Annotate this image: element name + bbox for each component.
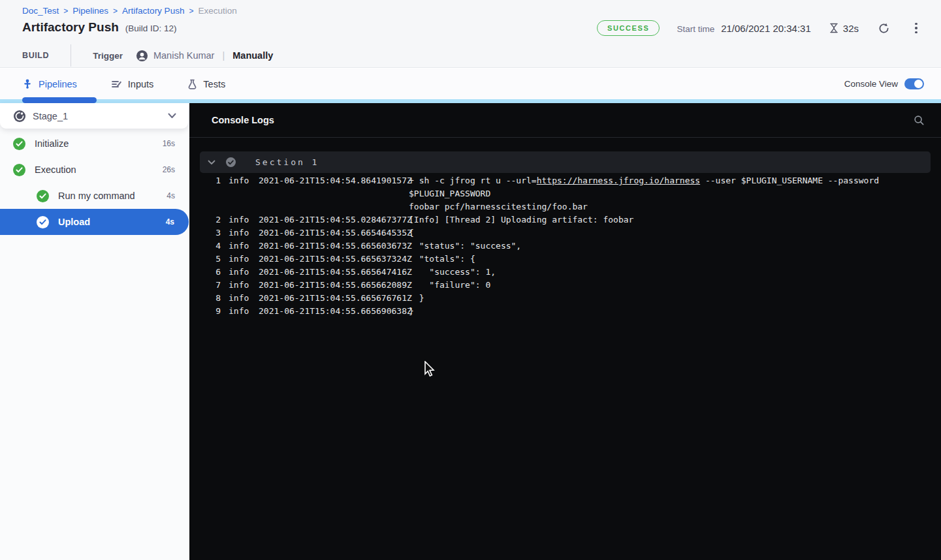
- tab-label: Inputs: [128, 79, 154, 89]
- step-label: Upload: [58, 217, 166, 227]
- chevron-down-icon: [168, 113, 176, 119]
- step-duration: 4s: [166, 217, 174, 226]
- log-timestamp: 2021-06-21T15:04:55.028467377Z: [259, 213, 401, 226]
- log-message: + sh -c jfrog rt u --url=https://harness…: [409, 174, 931, 213]
- log-text: + sh -c jfrog rt u --url=: [409, 176, 537, 185]
- kebab-menu-button[interactable]: [908, 20, 924, 36]
- log-text: foobar pcf/harnesscitesting/foo.bar: [409, 202, 588, 211]
- log-section-header[interactable]: Section 1: [200, 151, 931, 173]
- log-line-number: 9: [212, 305, 221, 318]
- stage-selector[interactable]: Stage_1: [0, 103, 188, 129]
- console-view-control: Console View: [844, 69, 924, 99]
- flask-icon: [187, 79, 197, 89]
- log-line-number: 7: [212, 279, 221, 292]
- build-id-label: (Build ID: 12): [125, 23, 177, 33]
- step-label: Initialize: [35, 138, 163, 149]
- build-meta-row: BUILD Trigger Manish Kumar | Manually: [22, 47, 273, 64]
- log-timestamp: 2021-06-21T15:04:55.665603673Z: [259, 240, 401, 253]
- log-row: 5 info 2021-06-21T15:04:55.665637324Z "t…: [189, 253, 941, 266]
- log-timestamp: 2021-06-21T15:04:55.665464535Z: [259, 226, 401, 240]
- log-line-number: 8: [212, 292, 221, 305]
- divider: |: [222, 50, 225, 61]
- log-row: 6 info 2021-06-21T15:04:55.665647416Z "s…: [189, 266, 941, 279]
- log-level: info: [229, 266, 251, 279]
- log-row: 7 info 2021-06-21T15:04:55.665662089Z "f…: [189, 279, 941, 292]
- log-message: "success": 1,: [409, 266, 931, 279]
- breadcrumb-separator: >: [63, 7, 68, 16]
- log-level: info: [229, 240, 251, 253]
- log-message: [Info] [Thread 2] Uploading artifact: fo…: [409, 213, 931, 226]
- tabs: Pipelines Inputs Tests: [22, 69, 225, 99]
- log-level: info: [229, 213, 251, 226]
- breadcrumb-link-pipelines[interactable]: Pipelines: [72, 6, 108, 16]
- log-link[interactable]: https://harness.jfrog.io/harness: [537, 176, 700, 185]
- log-level: info: [229, 253, 251, 266]
- stage-icon: [13, 110, 26, 123]
- log-level: info: [229, 292, 251, 305]
- success-check-icon: [13, 164, 25, 176]
- start-time: Start time 21/06/2021 20:34:31: [677, 23, 810, 34]
- breadcrumb: Doc_Test > Pipelines > Artifactory Push …: [22, 6, 237, 16]
- pipeline-icon: [22, 79, 33, 89]
- success-check-icon: [37, 216, 49, 228]
- chevron-down-icon: [208, 160, 215, 165]
- step-duration: 16s: [163, 139, 175, 148]
- divider: [71, 44, 71, 67]
- build-label: BUILD: [22, 51, 49, 60]
- console-view-toggle[interactable]: [904, 78, 924, 89]
- log-line-number: 2: [212, 213, 221, 226]
- inputs-icon: [111, 79, 122, 89]
- execution-page: Doc_Test > Pipelines > Artifactory Push …: [0, 0, 941, 560]
- step-duration: 4s: [167, 191, 175, 200]
- log-lines: 1 info 2021-06-21T15:04:54.864190157Z + …: [189, 174, 941, 318]
- log-level: info: [229, 279, 251, 292]
- breadcrumb-link-project[interactable]: Doc_Test: [22, 6, 59, 16]
- log-message: }: [409, 292, 931, 305]
- tab-tests[interactable]: Tests: [187, 79, 225, 89]
- log-line-number: 5: [212, 253, 221, 266]
- log-row: 2 info 2021-06-21T15:04:55.028467377Z [I…: [189, 213, 941, 226]
- log-timestamp: 2021-06-21T15:04:55.665662089Z: [259, 279, 401, 292]
- console-header: Console Logs: [189, 103, 941, 138]
- log-row: 1 info 2021-06-21T15:04:54.864190157Z + …: [189, 174, 941, 213]
- tab-pipelines[interactable]: Pipelines: [22, 79, 77, 89]
- log-message: "failure": 0: [409, 279, 931, 292]
- trigger-user-name: Manish Kumar: [153, 50, 214, 61]
- breadcrumb-separator: >: [113, 7, 118, 16]
- success-check-icon: [13, 138, 25, 150]
- log-row: 8 info 2021-06-21T15:04:55.665676761Z }: [189, 292, 941, 305]
- console-view-label: Console View: [844, 79, 898, 89]
- body: Stage_1 Initialize 16s Execution 26s: [0, 103, 941, 560]
- log-row: 9 info 2021-06-21T15:04:55.665690638Z }: [189, 305, 941, 318]
- log-timestamp: 2021-06-21T15:04:55.665647416Z: [259, 266, 401, 279]
- search-button[interactable]: [911, 112, 927, 128]
- log-message: "totals": {: [409, 253, 931, 266]
- tab-label: Pipelines: [39, 79, 77, 89]
- log-timestamp: 2021-06-21T15:04:55.665690638Z: [259, 305, 401, 318]
- header-actions: SUCCESS Start time 21/06/2021 20:34:31 3…: [597, 18, 924, 38]
- toggle-knob: [914, 80, 923, 88]
- log-row: 3 info 2021-06-21T15:04:55.665464535Z {: [189, 226, 941, 240]
- breadcrumb-current: Execution: [198, 6, 236, 16]
- log-line-number: 3: [212, 226, 221, 240]
- step-row-run-my-command[interactable]: Run my command 4s: [0, 183, 189, 209]
- refresh-button[interactable]: [876, 20, 891, 36]
- log-timestamp: 2021-06-21T15:04:54.864190157Z: [259, 174, 401, 213]
- tab-inputs[interactable]: Inputs: [111, 79, 154, 89]
- trigger-method: Manually: [232, 50, 273, 61]
- section-title: Section 1: [255, 157, 319, 167]
- step-row-initialize[interactable]: Initialize 16s: [0, 131, 189, 157]
- log-line-number: 4: [212, 240, 221, 253]
- breadcrumb-link-pipeline[interactable]: Artifactory Push: [122, 6, 184, 16]
- step-list: Initialize 16s Execution 26s Run my comm…: [0, 131, 189, 235]
- trigger-label: Trigger: [93, 51, 123, 61]
- console-title: Console Logs: [212, 115, 911, 125]
- start-time-label: Start time: [677, 24, 714, 34]
- step-row-execution[interactable]: Execution 26s: [0, 157, 189, 183]
- trigger-user: Manish Kumar | Manually: [136, 50, 273, 62]
- duration-value: 32s: [843, 23, 859, 34]
- success-check-icon: [37, 190, 49, 202]
- step-row-upload[interactable]: Upload 4s: [0, 209, 189, 235]
- duration: 32s: [828, 22, 859, 34]
- step-label: Run my command: [58, 191, 167, 201]
